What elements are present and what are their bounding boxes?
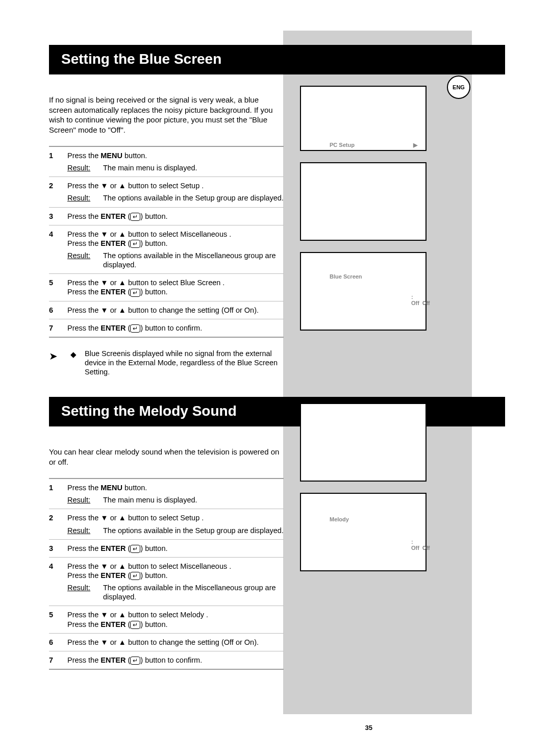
step-body: Press the ▼ or ▲ button to select Setup … — [67, 513, 284, 535]
step-number: 2 — [49, 181, 67, 203]
step-number: 3 — [49, 212, 67, 221]
result-text: The main menu is displayed. — [103, 495, 197, 505]
note-text: Blue Screenis displayed while no signal … — [85, 349, 284, 376]
step-row: 5 Press the ▼ or ▲ button to select Blue… — [49, 274, 284, 301]
step-row: 2 Press the ▼ or ▲ button to select Setu… — [49, 177, 284, 207]
footer-triangle-icon — [267, 705, 284, 718]
step-row: 3 Press the ENTER (↵) button. — [49, 540, 284, 558]
osd-off-value: : OffOff — [411, 294, 430, 306]
result-label: Result: — [67, 163, 103, 172]
step-number: 3 — [49, 544, 67, 553]
step-row: 6 Press the ▼ or ▲ button to change the … — [49, 301, 284, 319]
result-text: The options available in the Miscellaneo… — [103, 583, 284, 601]
enter-icon: ↵ — [130, 240, 140, 248]
result-text: The options available in the Miscellaneo… — [103, 251, 284, 269]
step-body: Press the ENTER (↵) button. — [67, 212, 284, 221]
step-row: 2 Press the ▼ or ▲ button to select Setu… — [49, 509, 284, 539]
step-row: 1 Press the MENU button. Result: The mai… — [49, 147, 284, 177]
note-arrow-icon: ➤ — [49, 349, 70, 376]
osd-misc-box-2 — [300, 403, 427, 482]
osd-blue-screen-label: Blue Screen : OffOff — [330, 273, 362, 280]
osd-off-value: : OffOff — [411, 539, 430, 551]
language-badge: ENG — [447, 75, 470, 99]
section-title-blue-screen: Setting the Blue Screen — [49, 45, 505, 74]
osd-column-2: Melody : OffOff — [300, 403, 427, 583]
note-bullet-icon: ◆ — [70, 349, 85, 376]
page-container: ENG Setting the Blue Screen If no signal… — [0, 0, 551, 756]
osd-setup-box: PC Setup ▶ — [300, 86, 427, 151]
result-text: The options available in the Setup group… — [103, 526, 284, 535]
intro-text-2: You can hear clear melody sound when the… — [49, 447, 284, 467]
step-number: 2 — [49, 513, 67, 535]
enter-icon: ↵ — [130, 324, 140, 333]
step-row: 7 Press the ENTER (↵) button to confirm. — [49, 651, 284, 669]
step-body: Press the ENTER (↵) button to confirm. — [67, 323, 284, 333]
result-label: Result: — [67, 251, 103, 269]
result-label: Result: — [67, 495, 103, 505]
step-number: 4 — [49, 230, 67, 270]
language-text: ENG — [453, 84, 465, 90]
step-body: Press the ▼ or ▲ button to change the se… — [67, 306, 284, 315]
step-row: 6 Press the ▼ or ▲ button to change the … — [49, 634, 284, 651]
step-body: Press the ▼ or ▲ button to change the se… — [67, 638, 284, 647]
osd-pc-setup: PC Setup — [330, 142, 355, 148]
page-number: 35 — [365, 724, 372, 732]
result-label: Result: — [67, 193, 103, 203]
step-number: 7 — [49, 323, 67, 333]
osd-column-1: PC Setup ▶ Blue Screen : OffOff — [300, 86, 427, 342]
result-text: The options available in the Setup group… — [103, 193, 284, 203]
step-row: 7 Press the ENTER (↵) button to confirm. — [49, 319, 284, 337]
step-number: 6 — [49, 306, 67, 315]
result-label: Result: — [67, 583, 103, 601]
enter-icon: ↵ — [130, 657, 140, 665]
step-number: 1 — [49, 151, 67, 172]
osd-arrow-icon: ▶ — [413, 142, 417, 148]
step-body: Press the ▼ or ▲ button to select Miscel… — [67, 230, 284, 270]
step-number: 7 — [49, 656, 67, 665]
step-row: 3 Press the ENTER (↵) button. — [49, 208, 284, 225]
step-number: 6 — [49, 638, 67, 647]
result-label: Result: — [67, 526, 103, 535]
step-body: Press the ▼ or ▲ button to select Setup … — [67, 181, 284, 203]
step-body: Press the MENU button. Result: The main … — [67, 483, 284, 505]
steps-list-2: 1 Press the MENU button. Result: The mai… — [49, 478, 284, 670]
intro-text-1: If no signal is being received or the si… — [49, 95, 284, 135]
note-block: ➤ ◆ Blue Screenis displayed while no sig… — [49, 349, 284, 376]
enter-icon: ↵ — [130, 621, 140, 629]
step-number: 4 — [49, 562, 67, 602]
osd-melody-label: Melody : OffOff — [330, 516, 349, 522]
step-row: 1 Press the MENU button. Result: The mai… — [49, 479, 284, 509]
step-body: Press the ▼ or ▲ button to select Blue S… — [67, 278, 284, 296]
step-row: 5 Press the ▼ or ▲ button to select Melo… — [49, 606, 284, 633]
section-title-melody: Setting the Melody Sound — [49, 397, 505, 426]
osd-melody-box: Melody : OffOff — [300, 493, 427, 571]
page-content: Setting the Blue Screen If no signal is … — [0, 0, 551, 690]
step-number: 5 — [49, 278, 67, 296]
result-text: The main menu is displayed. — [103, 163, 197, 172]
step-body: Press the ENTER (↵) button to confirm. — [67, 656, 284, 665]
step-body: Press the ▼ or ▲ button to select Melody… — [67, 610, 284, 628]
step-body: Press the MENU button. Result: The main … — [67, 151, 284, 172]
osd-misc-box — [300, 162, 427, 241]
step-number: 5 — [49, 610, 67, 628]
step-row: 4 Press the ▼ or ▲ button to select Misc… — [49, 558, 284, 607]
steps-list-1: 1 Press the MENU button. Result: The mai… — [49, 146, 284, 338]
step-body: Press the ▼ or ▲ button to select Miscel… — [67, 562, 284, 602]
step-number: 1 — [49, 483, 67, 505]
osd-blue-screen-box: Blue Screen : OffOff — [300, 252, 427, 331]
enter-icon: ↵ — [130, 572, 140, 580]
enter-icon: ↵ — [130, 545, 140, 553]
step-body: Press the ENTER (↵) button. — [67, 544, 284, 553]
enter-icon: ↵ — [130, 289, 140, 297]
enter-icon: ↵ — [130, 213, 140, 221]
step-row: 4 Press the ▼ or ▲ button to select Misc… — [49, 225, 284, 274]
